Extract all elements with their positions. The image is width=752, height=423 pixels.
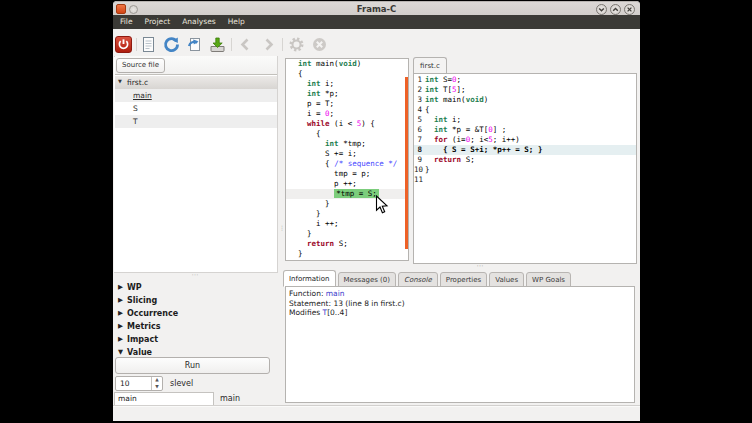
tab-console[interactable]: Console	[398, 272, 438, 287]
run-button[interactable]: Run	[115, 357, 270, 374]
menu-help[interactable]: Help	[222, 15, 251, 29]
code-line[interactable]: int *p;	[286, 89, 408, 99]
menu-file[interactable]: File	[114, 15, 139, 29]
code-line[interactable]: S += i;	[286, 149, 408, 159]
tree-item-main[interactable]: main	[115, 89, 277, 102]
code-line[interactable]: int i;	[286, 79, 408, 89]
new-file-button[interactable]	[140, 36, 157, 53]
code-token: )	[484, 95, 489, 104]
code-line[interactable]: *tmp = S;	[286, 189, 408, 199]
code-token: int	[425, 75, 439, 84]
expander-icon: ▶	[118, 333, 123, 346]
revert-button[interactable]	[186, 36, 203, 53]
line-number: 7	[414, 135, 423, 145]
source-file-header[interactable]: Source file	[116, 58, 165, 73]
code-token: }	[425, 165, 430, 174]
analysis-section-metrics[interactable]: ▶Metrics	[114, 320, 278, 333]
code-token: p = T;	[298, 99, 334, 108]
code-line[interactable]: p = T;	[286, 99, 408, 109]
analysis-section-wp[interactable]: ▶WP	[114, 281, 278, 294]
forward-button[interactable]	[260, 36, 277, 53]
source-text: int S=0;	[423, 75, 461, 85]
source-line-7[interactable]: 7 for (i=0; i<5; i++)	[414, 135, 636, 145]
main-function-input[interactable]: main	[114, 392, 214, 406]
code-line[interactable]: while (i < 5) {	[286, 119, 408, 129]
close-button[interactable]	[624, 4, 635, 15]
source-line-2[interactable]: 2int T[5];	[414, 85, 636, 95]
minimize-button[interactable]	[596, 4, 607, 15]
code-token: void	[466, 95, 484, 104]
code-token	[425, 115, 434, 124]
original-source-view[interactable]: 1int S=0;2int T[5];3int main(void)4{5 in…	[413, 73, 637, 264]
code-token: while	[307, 119, 330, 128]
main-vertical-splitter[interactable]: ⋮	[279, 226, 283, 238]
code-token: S;	[461, 155, 475, 164]
source-tab-first-c[interactable]: first.c	[413, 57, 447, 74]
slevel-spin-arrows[interactable]: ▲▼	[151, 377, 162, 390]
code-line[interactable]: int main(void)	[286, 59, 408, 69]
analysis-section-slicing[interactable]: ▶Slicing	[114, 294, 278, 307]
source-line-4[interactable]: 4{	[414, 105, 636, 115]
tree-label: T	[133, 115, 138, 128]
code-token: int	[434, 125, 448, 134]
code-line[interactable]: return S;	[286, 239, 408, 249]
back-button[interactable]	[237, 36, 254, 53]
source-line-1[interactable]: 1int S=0;	[414, 75, 636, 85]
source-line-5[interactable]: 5 int i;	[414, 115, 636, 125]
reload-button[interactable]	[163, 36, 180, 53]
source-line-8[interactable]: 8 { S = S+i; *p++ = S; }	[414, 145, 636, 155]
code-line[interactable]: i ++;	[286, 219, 408, 229]
expander-icon[interactable]: ▼	[118, 76, 122, 87]
code-line[interactable]: }	[286, 199, 408, 209]
code-line[interactable]: }	[286, 229, 408, 239]
tab-messages-0-[interactable]: Messages (0)	[338, 272, 396, 287]
bottom-horizontal-splitter[interactable]: ⋯	[468, 265, 492, 269]
code-token: [0..4]	[327, 308, 347, 317]
code-line[interactable]: i = 0;	[286, 109, 408, 119]
tab-wp-goals[interactable]: WP Goals	[526, 272, 571, 287]
tree-item-T[interactable]: T	[115, 115, 277, 128]
titlebar[interactable]: Frama-C	[113, 1, 640, 15]
gear-button[interactable]	[288, 36, 305, 53]
source-line-9[interactable]: 9 return S;	[414, 155, 636, 165]
selected-statement[interactable]: *tmp = S;	[334, 189, 379, 198]
tree-item-S[interactable]: S	[115, 102, 277, 115]
analysis-section-occurrence[interactable]: ▶Occurrence	[114, 307, 278, 320]
code-token: S;	[334, 239, 348, 248]
code-scroll-marker[interactable]	[405, 77, 408, 249]
code-line[interactable]: {	[286, 69, 408, 79]
code-token: int	[307, 89, 321, 98]
source-line-3[interactable]: 3int main(void)	[414, 95, 636, 105]
source-line-6[interactable]: 6 int *p = &T[0] ;	[414, 125, 636, 135]
code-line[interactable]: { /* sequence */	[286, 159, 408, 169]
code-line[interactable]: p ++;	[286, 179, 408, 189]
power-button[interactable]	[115, 36, 132, 53]
expander-icon: ▶	[118, 307, 123, 320]
save-button[interactable]	[209, 36, 226, 53]
sidebar-horizontal-splitter[interactable]: ⋯	[183, 274, 207, 278]
line-number: 3	[414, 95, 423, 105]
code-line[interactable]: }	[286, 249, 408, 259]
maximize-button[interactable]	[610, 4, 621, 15]
code-line[interactable]: }	[286, 209, 408, 219]
source-line-11[interactable]: 11	[414, 175, 636, 185]
code-token	[298, 89, 307, 98]
tab-properties[interactable]: Properties	[440, 272, 487, 287]
menu-project[interactable]: Project	[139, 15, 177, 29]
stop-button[interactable]	[311, 36, 328, 53]
code-line[interactable]: tmp = p;	[286, 169, 408, 179]
normalized-code-view[interactable]: int main(void){ int i; int *p; p = T; i …	[285, 58, 409, 261]
tab-values[interactable]: Values	[489, 272, 524, 287]
tree-item-first-c[interactable]: ▼first.c	[115, 76, 277, 89]
source-text: int main(void)	[423, 95, 488, 105]
code-token: int	[434, 115, 448, 124]
menu-analyses[interactable]: Analyses	[176, 15, 221, 29]
tab-information[interactable]: Information	[283, 270, 336, 287]
slevel-spinbox[interactable]: 10 ▲▼	[115, 376, 163, 391]
line-number: 8	[414, 145, 423, 155]
source-line-10[interactable]: 10}	[414, 165, 636, 175]
stop-icon	[311, 36, 328, 53]
code-line[interactable]: int *tmp;	[286, 139, 408, 149]
code-line[interactable]: {	[286, 129, 408, 139]
analysis-section-impact[interactable]: ▶Impact	[114, 333, 278, 346]
